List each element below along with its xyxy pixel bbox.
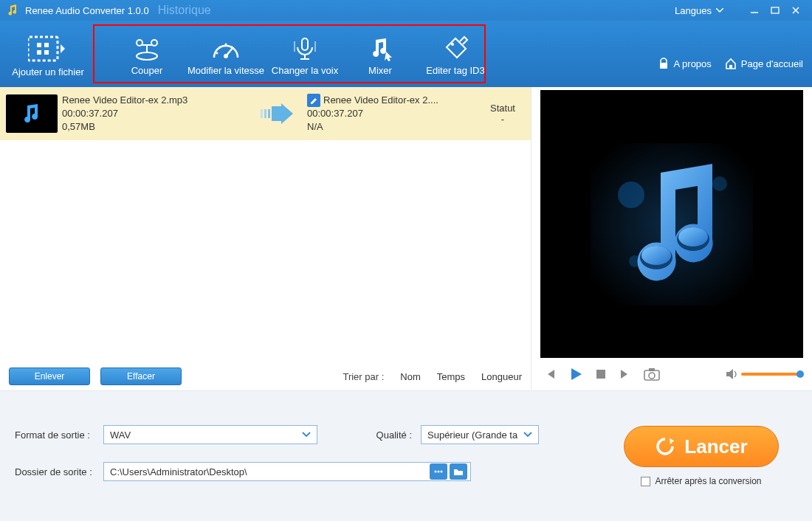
dest-info: Renee Video Editor-ex 2.... 00:00:37.207… — [307, 94, 476, 134]
status-value: - — [481, 114, 525, 125]
add-file-button[interactable]: Ajouter un fichier — [7, 31, 89, 77]
source-filename: Renee Video Editor-ex 2.mp3 — [62, 94, 247, 107]
arrow-icon — [251, 103, 303, 124]
source-info: Renee Video Editor-ex 2.mp3 00:00:37.207… — [62, 94, 247, 134]
quality-label: Qualité : — [362, 429, 421, 441]
chevron-down-icon — [302, 432, 312, 438]
stop-after-label: Arrêter après la conversion — [655, 476, 761, 486]
launch-button[interactable]: Lancer — [624, 426, 779, 467]
edit-icon[interactable] — [307, 94, 320, 107]
svg-rect-2 — [28, 37, 58, 61]
dest-size: N/A — [307, 120, 476, 134]
folder-label: Dossier de sorite : — [15, 466, 103, 477]
svg-point-38 — [649, 373, 655, 379]
svg-rect-35 — [596, 370, 605, 379]
folder-path-field[interactable]: C:\Users\Administrator\Desktop\ — [103, 462, 471, 481]
dest-filename: Renee Video Editor-ex 2.... — [323, 94, 438, 107]
dest-duration: 00:00:37.207 — [307, 107, 476, 120]
language-label: Langues — [675, 5, 712, 16]
quality-value: Supérieur (Grande ta — [427, 429, 517, 441]
folder-icon — [453, 467, 464, 476]
sort-name[interactable]: Nom — [400, 371, 420, 382]
sortby-label: Trier par : — [343, 371, 384, 382]
app-title: Renee Audio Converter 1.0.0 — [25, 5, 149, 16]
source-duration: 00:00:37.207 — [62, 107, 247, 120]
remove-button[interactable]: Enlever — [9, 368, 90, 385]
format-label: Format de sortie : — [15, 429, 103, 441]
launch-label: Lancer — [684, 435, 747, 458]
svg-point-33 — [641, 246, 671, 265]
next-button[interactable] — [619, 368, 632, 381]
preview-canvas — [540, 90, 803, 358]
stop-button[interactable] — [595, 368, 607, 380]
svg-rect-24 — [261, 109, 263, 118]
titlebar: Renee Audio Converter 1.0.0 Historique L… — [0, 0, 812, 21]
chevron-down-icon — [716, 8, 723, 13]
thumbnail — [6, 94, 58, 133]
svg-point-28 — [618, 182, 644, 208]
svg-rect-25 — [264, 109, 266, 118]
stop-after-checkbox[interactable]: Arrêter après la conversion — [641, 476, 761, 486]
music-note-art — [591, 143, 753, 306]
refresh-icon — [655, 436, 675, 457]
about-label: A propos — [674, 58, 712, 69]
prev-button[interactable] — [543, 368, 557, 381]
history-link[interactable]: Historique — [158, 4, 211, 17]
file-list: Renee Video Editor-ex 2.mp3 00:00:37.207… — [0, 87, 531, 362]
slider-knob[interactable] — [796, 370, 804, 378]
sort-time[interactable]: Temps — [437, 371, 465, 382]
format-value: WAV — [110, 429, 131, 441]
svg-point-40 — [438, 471, 440, 473]
play-button[interactable] — [568, 367, 583, 382]
filmstrip-icon — [28, 34, 68, 63]
svg-rect-22 — [660, 63, 667, 69]
svg-rect-26 — [268, 109, 270, 118]
svg-rect-1 — [771, 7, 779, 13]
list-footer: Enlever Effacer Trier par : Nom Temps Lo… — [0, 362, 531, 390]
snapshot-button[interactable] — [644, 368, 660, 381]
volume-icon[interactable] — [725, 368, 738, 380]
file-row[interactable]: Renee Video Editor-ex 2.mp3 00:00:37.207… — [0, 87, 531, 140]
status-column: Statut - — [481, 103, 525, 125]
svg-rect-4 — [44, 43, 49, 47]
homepage-link[interactable]: Page d'accueil — [725, 58, 803, 69]
source-size: 0,57MB — [62, 120, 247, 134]
home-icon — [725, 58, 737, 69]
browse-folder-button[interactable] — [450, 463, 467, 480]
svg-rect-6 — [44, 50, 49, 55]
svg-rect-23 — [729, 65, 732, 69]
close-button[interactable] — [785, 3, 806, 18]
maximize-button[interactable] — [765, 3, 785, 18]
svg-rect-5 — [37, 50, 41, 55]
output-panel: Format de sortie : WAV Qualité : Supérie… — [0, 391, 812, 521]
main-area: Renee Video Editor-ex 2.mp3 00:00:37.207… — [0, 87, 812, 391]
lock-icon — [658, 58, 670, 69]
preview-panel — [531, 87, 812, 390]
homepage-label: Page d'accueil — [741, 58, 803, 69]
clear-button[interactable]: Effacer — [100, 368, 182, 385]
minimize-button[interactable] — [744, 3, 765, 18]
svg-rect-37 — [649, 368, 655, 371]
svg-point-39 — [435, 471, 437, 473]
more-button[interactable] — [430, 463, 447, 480]
volume-slider[interactable] — [741, 373, 800, 376]
chevron-down-icon — [523, 432, 534, 438]
app-icon — [6, 4, 19, 17]
svg-rect-3 — [37, 43, 41, 47]
svg-point-34 — [678, 227, 708, 246]
about-link[interactable]: A propos — [658, 58, 712, 69]
folder-value: C:\Users\Administrator\Desktop\ — [110, 466, 427, 477]
highlight-annotation — [93, 24, 486, 83]
status-header: Statut — [481, 103, 525, 114]
preview-controls — [540, 358, 803, 390]
language-selector[interactable]: Langues — [675, 5, 723, 16]
sort-length[interactable]: Longueur — [481, 371, 522, 382]
add-file-label: Ajouter un fichier — [7, 66, 89, 77]
svg-point-29 — [712, 176, 727, 191]
checkbox-icon — [641, 477, 650, 486]
quality-select[interactable]: Supérieur (Grande ta — [421, 425, 539, 444]
svg-point-41 — [441, 471, 443, 473]
format-select[interactable]: WAV — [103, 425, 317, 444]
main-toolbar: Ajouter un fichier Couper Modifier la vi… — [0, 21, 812, 87]
file-list-panel: Renee Video Editor-ex 2.mp3 00:00:37.207… — [0, 87, 531, 390]
